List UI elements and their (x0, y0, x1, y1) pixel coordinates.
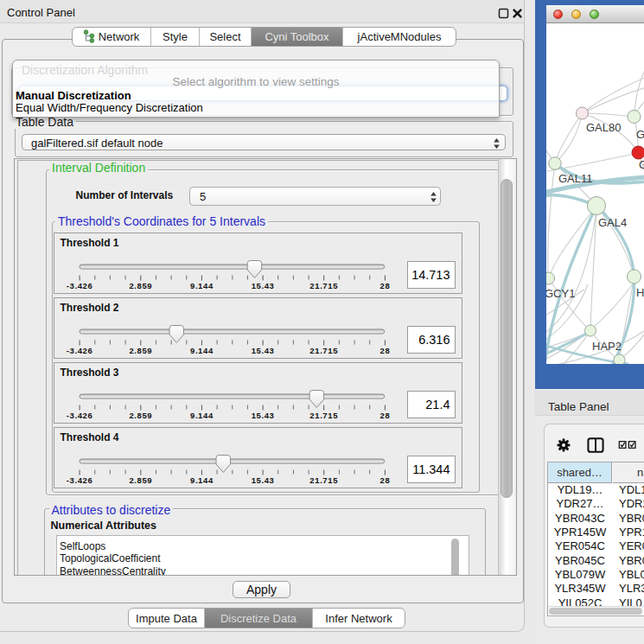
svg-text:21.715: 21.715 (309, 281, 338, 290)
svg-text:15.43: 15.43 (251, 346, 274, 355)
svg-text:15.43: 15.43 (251, 475, 274, 485)
svg-text:GA: GA (636, 128, 644, 141)
svg-text:-3.426: -3.426 (66, 475, 92, 485)
svg-text:G: G (639, 158, 644, 171)
svg-text:21.715: 21.715 (309, 346, 338, 355)
svg-text:21.715: 21.715 (309, 411, 338, 420)
svg-text:9.144: 9.144 (190, 346, 214, 355)
svg-text:2.859: 2.859 (129, 281, 152, 290)
svg-text:9.144: 9.144 (190, 475, 214, 485)
svg-text:15.43: 15.43 (251, 411, 274, 420)
svg-text:28: 28 (379, 281, 390, 290)
svg-text:GAL4: GAL4 (598, 216, 627, 229)
svg-text:-3.426: -3.426 (66, 411, 92, 420)
svg-text:GCY1: GCY1 (546, 287, 575, 300)
svg-text:2.859: 2.859 (129, 346, 152, 355)
svg-text:-3.426: -3.426 (66, 346, 92, 355)
svg-text:HAP2: HAP2 (592, 340, 622, 353)
svg-text:28: 28 (379, 475, 390, 485)
svg-text:21.715: 21.715 (309, 475, 338, 485)
svg-text:-3.426: -3.426 (66, 281, 92, 290)
svg-text:28: 28 (379, 411, 390, 420)
svg-text:H: H (636, 286, 644, 299)
svg-text:GAL11: GAL11 (558, 172, 593, 185)
svg-text:GAL80: GAL80 (586, 121, 621, 134)
svg-text:9.144: 9.144 (190, 411, 214, 420)
svg-text:15.43: 15.43 (251, 281, 274, 290)
svg-text:2.859: 2.859 (129, 475, 152, 485)
svg-text:9.144: 9.144 (190, 281, 214, 290)
svg-text:28: 28 (379, 346, 390, 355)
svg-text:2.859: 2.859 (129, 411, 152, 420)
